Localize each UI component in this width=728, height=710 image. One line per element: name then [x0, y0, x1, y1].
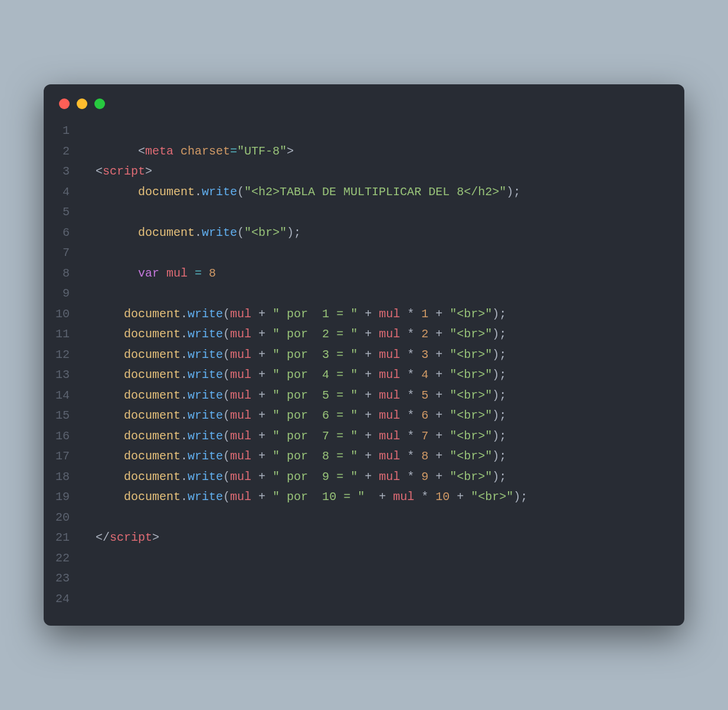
line-number: 20 [44, 508, 81, 528]
code-content: document.write(mul + " por 4 = " + mul *… [81, 365, 506, 386]
line-number: 15 [44, 406, 81, 426]
code-line: 13 document.write(mul + " por 4 = " + mu… [44, 365, 684, 386]
code-line: 24 [44, 589, 684, 610]
code-content: <script> [81, 162, 152, 182]
line-number: 14 [44, 386, 81, 406]
code-content: document.write(mul + " por 2 = " + mul *… [81, 324, 506, 345]
code-line: 16 document.write(mul + " por 7 = " + mu… [44, 426, 684, 447]
code-line: 7 [44, 243, 684, 264]
code-line: 23 [44, 568, 684, 589]
code-line: 22 [44, 548, 684, 569]
code-line: 17 document.write(mul + " por 8 = " + mu… [44, 446, 684, 467]
line-number: 16 [44, 426, 81, 447]
code-line: 15 document.write(mul + " por 6 = " + mu… [44, 406, 684, 426]
code-content: document.write(mul + " por 10 = " + mul … [81, 487, 527, 508]
code-line: 18 document.write(mul + " por 9 = " + mu… [44, 467, 684, 488]
line-number: 9 [44, 284, 81, 304]
code-line: 10 document.write(mul + " por 1 = " + mu… [44, 304, 684, 325]
line-number: 8 [44, 264, 81, 284]
code-content: document.write(mul + " por 8 = " + mul *… [81, 446, 506, 467]
line-number: 7 [44, 243, 81, 264]
code-content: document.write("<br>"); [81, 223, 301, 244]
line-number: 17 [44, 446, 81, 467]
code-line: 6 document.write("<br>"); [44, 223, 684, 244]
code-line: 4 document.write("<h2>TABLA DE MULTIPLIC… [44, 182, 684, 203]
line-number: 18 [44, 467, 81, 488]
code-line: 14 document.write(mul + " por 5 = " + mu… [44, 386, 684, 406]
code-line: 12 document.write(mul + " por 3 = " + mu… [44, 345, 684, 366]
code-line: 2 <meta charset="UTF-8"> [44, 142, 684, 162]
code-content: document.write("<h2>TABLA DE MULTIPLICAR… [81, 182, 520, 203]
code-line: 5 [44, 202, 684, 223]
line-number: 23 [44, 568, 81, 589]
code-content: </script> [81, 528, 159, 548]
line-number: 3 [44, 162, 81, 182]
line-number: 21 [44, 528, 81, 548]
code-window: 1 2 <meta charset="UTF-8"> 3 <script> 4 … [44, 84, 684, 626]
code-editor: 1 2 <meta charset="UTF-8"> 3 <script> 4 … [44, 115, 684, 609]
maximize-icon[interactable] [94, 98, 105, 109]
code-line: 11 document.write(mul + " por 2 = " + mu… [44, 324, 684, 345]
code-line: 19 document.write(mul + " por 10 = " + m… [44, 487, 684, 508]
code-content: document.write(mul + " por 5 = " + mul *… [81, 386, 506, 406]
line-number: 6 [44, 223, 81, 244]
line-number: 22 [44, 548, 81, 569]
code-content: var mul = 8 [81, 264, 216, 284]
line-number: 12 [44, 345, 81, 366]
minimize-icon[interactable] [77, 98, 87, 109]
code-content: document.write(mul + " por 9 = " + mul *… [81, 467, 506, 488]
line-number: 13 [44, 365, 81, 386]
line-number: 19 [44, 487, 81, 508]
window-titlebar [44, 84, 684, 115]
line-number: 24 [44, 589, 81, 610]
code-line: 1 [44, 121, 684, 142]
code-content: <meta charset="UTF-8"> [81, 142, 294, 162]
line-number: 5 [44, 202, 81, 223]
code-content: document.write(mul + " por 6 = " + mul *… [81, 406, 506, 426]
code-line: 20 [44, 508, 684, 528]
line-number: 10 [44, 304, 81, 325]
code-line: 8 var mul = 8 [44, 264, 684, 284]
code-content: document.write(mul + " por 7 = " + mul *… [81, 426, 506, 447]
close-icon[interactable] [59, 98, 70, 109]
code-line: 9 [44, 284, 684, 304]
line-number: 4 [44, 182, 81, 203]
code-line: 21 </script> [44, 528, 684, 548]
line-number: 1 [44, 121, 81, 142]
code-content: document.write(mul + " por 1 = " + mul *… [81, 304, 506, 325]
line-number: 2 [44, 142, 81, 162]
line-number: 11 [44, 324, 81, 345]
code-line: 3 <script> [44, 162, 684, 182]
code-content: document.write(mul + " por 3 = " + mul *… [81, 345, 506, 366]
